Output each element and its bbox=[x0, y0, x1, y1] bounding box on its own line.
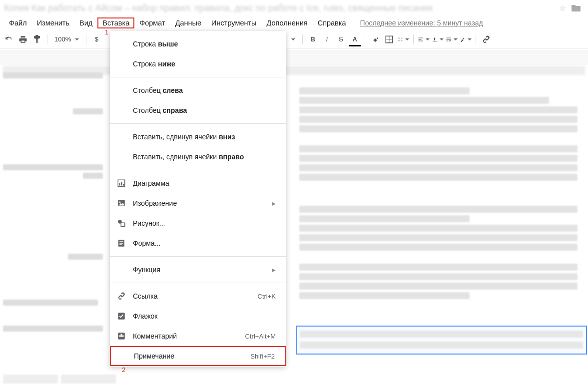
currency-button[interactable]: $ bbox=[90, 33, 102, 45]
drawing-icon bbox=[117, 219, 127, 228]
image-icon bbox=[117, 199, 127, 208]
insert-function[interactable]: Функция ▶ bbox=[110, 260, 286, 280]
menu-file[interactable]: Файл bbox=[4, 17, 32, 28]
annotation-1: 1 bbox=[105, 28, 108, 36]
print-button[interactable] bbox=[17, 33, 29, 45]
svg-rect-17 bbox=[121, 334, 122, 336]
link-button[interactable] bbox=[480, 33, 492, 45]
merge-button[interactable] bbox=[397, 33, 409, 45]
dropdown-separator bbox=[110, 123, 286, 124]
svg-rect-18 bbox=[119, 336, 124, 337]
sheet-left-area bbox=[3, 70, 108, 334]
last-edit-link[interactable]: Последнее изменение: 5 минут назад bbox=[360, 19, 483, 27]
svg-rect-13 bbox=[119, 243, 123, 244]
insert-link[interactable]: Ссылка Ctrl+K bbox=[110, 286, 286, 306]
dropdown-separator bbox=[110, 256, 286, 257]
shortcut-label: Ctrl+K bbox=[258, 293, 276, 300]
toolbar-separator bbox=[413, 34, 414, 44]
paint-format-button[interactable] bbox=[31, 33, 43, 45]
insert-row-above[interactable]: Строка выше bbox=[110, 34, 286, 54]
menu-addons[interactable]: Дополнения bbox=[262, 17, 313, 28]
svg-rect-14 bbox=[119, 244, 122, 245]
insert-column-right[interactable]: Столбец справа bbox=[110, 100, 286, 120]
doc-title[interactable]: Копия Как работать с Айсом – набор прави… bbox=[4, 3, 554, 13]
dropdown-separator bbox=[110, 283, 286, 283]
toolbar-separator bbox=[302, 34, 303, 44]
link-icon bbox=[117, 292, 127, 301]
form-icon bbox=[117, 239, 127, 248]
menu-format[interactable]: Формат bbox=[134, 17, 170, 28]
insert-drawing[interactable]: Рисунок... bbox=[110, 213, 286, 233]
svg-rect-12 bbox=[119, 241, 123, 242]
undo-button[interactable] bbox=[3, 33, 15, 45]
menu-tools[interactable]: Инструменты bbox=[206, 17, 261, 28]
folder-icon[interactable] bbox=[571, 4, 581, 12]
insert-dropdown: Строка выше Строка ниже Столбец слева Ст… bbox=[110, 31, 286, 367]
chart-icon bbox=[117, 179, 127, 188]
fill-color-button[interactable] bbox=[369, 33, 381, 45]
zoom-select[interactable]: 100% bbox=[51, 35, 82, 43]
submenu-arrow-icon: ▶ bbox=[272, 201, 276, 206]
toolbar-separator bbox=[86, 34, 86, 44]
insert-shift-down[interactable]: Вставить, сдвинув ячейки вниз bbox=[110, 127, 286, 147]
insert-column-left[interactable]: Столбец слева bbox=[110, 80, 286, 100]
checkbox-icon bbox=[117, 312, 127, 321]
insert-form[interactable]: Форма... bbox=[110, 233, 286, 253]
strike-button[interactable]: S bbox=[335, 33, 347, 45]
more-format-button[interactable] bbox=[286, 33, 298, 45]
submenu-arrow-icon: ▶ bbox=[272, 267, 276, 273]
bold-button[interactable]: B bbox=[307, 33, 319, 45]
dropdown-separator bbox=[110, 170, 286, 170]
v-align-button[interactable] bbox=[432, 33, 444, 45]
cell-selection[interactable] bbox=[296, 326, 587, 355]
menu-insert[interactable]: Вставка bbox=[97, 17, 134, 28]
text-color-button[interactable]: A bbox=[349, 33, 361, 45]
svg-rect-5 bbox=[121, 182, 122, 186]
menu-data[interactable]: Данные bbox=[170, 17, 206, 28]
zoom-value: 100% bbox=[54, 35, 71, 43]
svg-rect-10 bbox=[121, 223, 125, 227]
dropdown-separator bbox=[110, 77, 286, 77]
menu-help[interactable]: Справка bbox=[313, 17, 351, 28]
insert-image[interactable]: Изображение ▶ bbox=[110, 193, 286, 213]
rotate-button[interactable] bbox=[460, 33, 472, 45]
insert-checkbox[interactable]: Флажок bbox=[110, 306, 286, 326]
insert-chart[interactable]: Диаграмма bbox=[110, 173, 286, 193]
star-icon[interactable]: ☆ bbox=[559, 3, 566, 13]
insert-shift-right[interactable]: Вставить, сдвинув ячейки вправо bbox=[110, 147, 286, 167]
insert-row-below[interactable]: Строка ниже bbox=[110, 54, 286, 74]
menu-edit[interactable]: Изменить bbox=[32, 17, 74, 28]
toolbar-separator bbox=[365, 34, 365, 44]
wrap-button[interactable] bbox=[446, 33, 458, 45]
menu-view[interactable]: Вид bbox=[74, 17, 97, 28]
svg-rect-6 bbox=[123, 184, 124, 186]
insert-comment[interactable]: Комментарий Ctrl+Alt+M bbox=[110, 326, 286, 346]
shortcut-label: Shift+F2 bbox=[250, 353, 275, 360]
h-align-button[interactable] bbox=[418, 33, 430, 45]
sheet-tabs[interactable] bbox=[3, 375, 116, 384]
svg-point-8 bbox=[119, 201, 121, 203]
shortcut-label: Ctrl+Alt+M bbox=[245, 333, 276, 340]
toolbar-separator bbox=[47, 34, 47, 44]
toolbar-separator bbox=[476, 34, 476, 44]
italic-button[interactable]: I bbox=[321, 33, 333, 45]
insert-note[interactable]: Примечание Shift+F2 bbox=[110, 346, 286, 366]
svg-rect-4 bbox=[119, 183, 120, 186]
sheet-main-area[interactable] bbox=[294, 80, 588, 307]
borders-button[interactable] bbox=[383, 33, 395, 45]
comment-icon bbox=[117, 332, 127, 341]
annotation-2: 2 bbox=[122, 366, 125, 374]
